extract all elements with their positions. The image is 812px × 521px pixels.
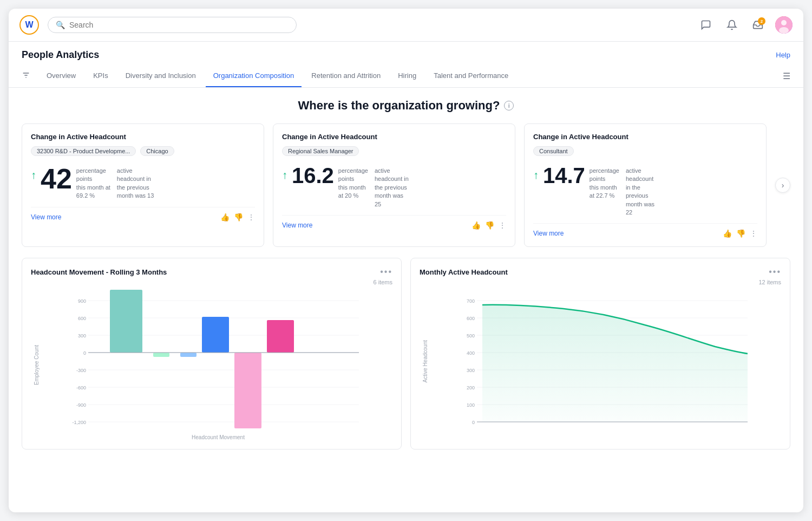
card-3-value: 14.7 [543, 165, 585, 186]
svg-rect-22 [110, 290, 142, 353]
card-3-tag-1: Consultant [533, 146, 574, 156]
card-1-actions: 👍 👎 ⋮ [220, 213, 255, 222]
svg-text:600: 600 [78, 316, 86, 321]
bar-chart-x-label: Headcount Movement [44, 434, 392, 440]
card-1-arrow: ↑ [31, 169, 36, 181]
inbox-button[interactable]: 2 [749, 16, 767, 34]
svg-point-2 [779, 27, 789, 34]
svg-rect-25 [202, 317, 229, 353]
bar-chart-wrapper: Employee Count [31, 290, 392, 440]
svg-text:0: 0 [472, 420, 475, 425]
svg-text:100: 100 [467, 402, 475, 408]
card-1-thumbs-down[interactable]: 👎 [234, 213, 243, 222]
page-title: People Analytics [22, 49, 99, 61]
line-chart-card: Monthly Active Headcount ••• 12 items Ac… [410, 258, 790, 450]
card-3-thumbs-up[interactable]: 👍 [723, 229, 732, 238]
card-1-details: percentage points this month at 69.2 % a… [76, 167, 154, 200]
top-bar-icons: 2 [697, 16, 793, 34]
card-2-tag-1: Regional Sales Manager [282, 146, 359, 156]
tab-hiring[interactable]: Hiring [390, 65, 424, 87]
info-icon[interactable]: i [504, 101, 514, 110]
card-2-actions: 👍 👎 ⋮ [472, 221, 506, 230]
card-2-thumbs-down[interactable]: 👎 [485, 221, 494, 230]
svg-text:700: 700 [467, 298, 475, 304]
svg-rect-23 [153, 353, 169, 357]
search-box[interactable]: 🔍 [48, 17, 297, 33]
card-2-more[interactable]: ⋮ [499, 221, 506, 230]
svg-text:-900: -900 [76, 402, 86, 408]
card-3-detail-1: percentage points this month at 22.7 % [590, 167, 619, 200]
card-1-thumbs-up[interactable]: 👍 [220, 213, 230, 222]
bar-chart-card: Headcount Movement - Rolling 3 Months ••… [22, 258, 402, 450]
card-3-view-more[interactable]: View more [533, 230, 564, 237]
svg-text:-600: -600 [76, 385, 86, 390]
next-arrow[interactable]: › [775, 178, 790, 193]
card-2-view-more[interactable]: View more [282, 222, 312, 229]
card-2-thumbs-up[interactable]: 👍 [472, 221, 481, 230]
bar-chart-header: Headcount Movement - Rolling 3 Months ••… [31, 267, 392, 277]
svg-text:-300: -300 [76, 368, 86, 373]
card-1-footer: View more 👍 👎 ⋮ [31, 207, 255, 222]
card-2-value: 16.2 [292, 165, 334, 186]
svg-point-1 [781, 20, 787, 25]
tab-talent[interactable]: Talent and Performance [426, 65, 516, 87]
card-3-tags: Consultant [533, 146, 757, 160]
card-3-arrow: ↑ [533, 169, 539, 181]
card-1-tag-1: 32300 R&D - Product Developme... [31, 146, 136, 156]
charts-row: Headcount Movement - Rolling 3 Months ••… [22, 258, 790, 450]
svg-rect-27 [267, 320, 294, 353]
card-1-metric: ↑ 42 percentage points this month at 69.… [31, 165, 255, 200]
bar-chart-y-label-col: Employee Count [31, 290, 42, 440]
user-avatar[interactable] [775, 16, 793, 34]
bar-chart-items: 6 items [31, 279, 392, 285]
card-2-details: percentage points this month at 20 % act… [338, 167, 409, 209]
card-3-detail-2: active headcount in the previous month w… [626, 167, 654, 217]
card-2-detail-2: active headcount in the previous month w… [375, 167, 409, 209]
tab-diversity[interactable]: Diversity and Inclusion [118, 65, 204, 87]
help-link[interactable]: Help [776, 51, 790, 59]
svg-text:400: 400 [467, 350, 475, 356]
line-chart-items: 12 items [420, 279, 781, 285]
bar-chart-y-label: Employee Count [34, 345, 40, 385]
section-title: Where is the organization growing? i [22, 99, 790, 113]
top-bar: W 🔍 2 [9, 9, 803, 42]
card-2-metric: ↑ 16.2 percentage points this month at 2… [282, 165, 506, 209]
card-1-tag-2: Chicago [140, 146, 174, 156]
line-chart-header: Monthly Active Headcount ••• [420, 267, 781, 277]
chat-button[interactable] [697, 16, 715, 34]
tab-bar: Overview KPIs Diversity and Inclusion Or… [9, 65, 803, 88]
search-icon: 🔍 [56, 21, 65, 29]
line-chart-menu[interactable]: ••• [769, 267, 781, 277]
workday-logo: W [19, 15, 39, 35]
card-1-view-more[interactable]: View more [31, 213, 61, 221]
svg-text:0: 0 [83, 350, 86, 356]
card-3-more[interactable]: ⋮ [750, 229, 757, 238]
card-3-actions: 👍 👎 ⋮ [723, 229, 757, 238]
card-2-detail-1: percentage points this month at 20 % [338, 167, 368, 200]
svg-text:900: 900 [78, 298, 86, 304]
svg-rect-24 [180, 353, 197, 357]
card-3-details: percentage points this month at 22.7 % a… [590, 167, 654, 217]
tab-org-composition[interactable]: Organization Composition [206, 65, 302, 87]
bar-chart-menu[interactable]: ••• [380, 267, 392, 277]
card-1-title: Change in Active Headcount [31, 133, 255, 141]
svg-text:-1,200: -1,200 [72, 420, 86, 425]
notifications-button[interactable] [723, 16, 741, 34]
svg-text:500: 500 [467, 333, 475, 338]
tab-kpis[interactable]: KPIs [86, 65, 115, 87]
filter-icon[interactable] [22, 71, 30, 82]
search-input[interactable] [69, 21, 289, 29]
card-1-more[interactable]: ⋮ [247, 213, 255, 222]
svg-text:200: 200 [467, 385, 475, 390]
card-3-title: Change in Active Headcount [533, 133, 757, 141]
card-2-title: Change in Active Headcount [282, 133, 506, 141]
tab-menu-icon[interactable]: ☰ [783, 71, 790, 81]
app-shell: W 🔍 2 People Analytics Help [9, 9, 803, 512]
card-3-thumbs-down[interactable]: 👎 [736, 229, 745, 238]
line-chart-title: Monthly Active Headcount [420, 268, 508, 276]
tab-overview[interactable]: Overview [39, 65, 83, 87]
bar-chart-inner: 900 600 300 0 -300 -600 -900 -1,200 [44, 290, 392, 440]
tab-retention[interactable]: Retention and Attrition [304, 65, 388, 87]
bar-chart-title: Headcount Movement - Rolling 3 Months [31, 268, 167, 276]
card-2-tags: Regional Sales Manager [282, 146, 506, 160]
